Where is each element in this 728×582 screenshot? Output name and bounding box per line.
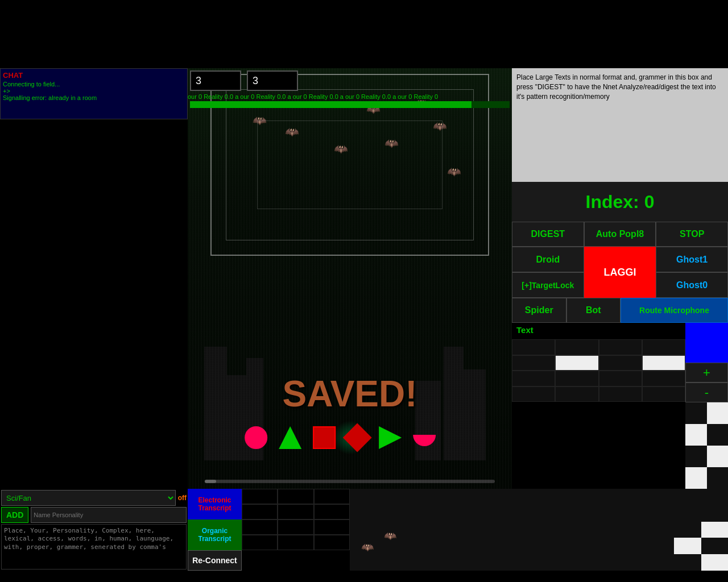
color-box-blue <box>685 323 728 363</box>
shape-circle <box>245 426 267 449</box>
electronic-sublabel: Transcript <box>198 504 231 512</box>
grid-cell-10[interactable] <box>242 535 278 550</box>
chat-label: CHAT <box>3 71 185 80</box>
index-display: Index: 0 <box>512 182 728 222</box>
electronic-button[interactable]: Electronic Transcript <box>188 489 242 519</box>
grid-cell-12[interactable] <box>314 535 350 550</box>
chat-status-1: Connecting to field... <box>3 81 185 88</box>
brc-8 <box>701 538 729 554</box>
stop-button[interactable]: STOP <box>656 222 728 247</box>
shape-diamond <box>343 423 372 452</box>
game-view: 🦇 🦇 🦇 🦇 🦇 🦇 🦇 🦇 SAVED! <box>188 68 512 489</box>
grid-cell-9[interactable] <box>314 519 350 535</box>
spider-button[interactable]: Spider <box>512 298 566 323</box>
right-sub-left: Text <box>512 323 685 489</box>
ghost1-button[interactable]: Ghost1 <box>656 247 728 272</box>
brc-1 <box>674 489 701 505</box>
personality-panel: Sci/Fan off ADD Place, Your, Personality… <box>0 489 188 571</box>
add-button[interactable]: ADD <box>1 507 28 523</box>
rc-1 <box>685 402 707 424</box>
shape-triangle <box>279 426 301 449</box>
grid-cell-3[interactable] <box>314 489 350 504</box>
personality-row-1: Sci/Fan off <box>1 490 187 506</box>
small-grid <box>242 489 350 550</box>
grid-cell-4[interactable] <box>242 504 278 519</box>
bottom-game-area: 🦇 🦇 <box>350 489 674 571</box>
droid-button[interactable]: Droid <box>512 247 584 272</box>
right-sub-panel: Text <box>512 323 728 489</box>
bottom-right: 🦇 🦇 <box>350 489 674 571</box>
grid-cell-2[interactable] <box>278 489 313 504</box>
electronic-label: Electronic <box>198 496 231 504</box>
right-panel: Place Large Texts in normal format and, … <box>512 68 728 489</box>
saved-text: SAVED! <box>282 373 417 415</box>
brc-9 <box>674 554 701 571</box>
transport-area: Electronic Transcript Organic Transcript… <box>188 489 242 571</box>
mode-buttons: Spider Bot Route Microphone <box>512 298 728 323</box>
rc-2 <box>707 402 729 424</box>
rc-3 <box>685 424 707 446</box>
checker-cell <box>642 386 685 402</box>
index-value: Index: 0 <box>586 192 655 213</box>
laggi-button[interactable]: LAGGI <box>584 247 656 298</box>
hud-top-row <box>188 68 512 93</box>
grid-cell-6[interactable] <box>314 504 350 519</box>
plus-button[interactable]: + <box>685 363 728 383</box>
hud-area: our 0 Reality 0.0 a our 0 Reality 0.0 a … <box>188 68 512 119</box>
reconnect-button[interactable]: Re-Connect <box>188 550 242 571</box>
minus-button[interactable]: - <box>685 383 728 402</box>
grid-cell-8[interactable] <box>278 519 313 535</box>
checker-cell <box>642 355 685 371</box>
grid-cell-7[interactable] <box>242 519 278 535</box>
left-panel: CHAT Connecting to field... +> Signallin… <box>0 68 188 489</box>
checker-cell <box>512 371 555 386</box>
chat-status-2: +> <box>3 88 185 94</box>
brc-3 <box>674 505 701 522</box>
checker-cell <box>599 386 642 402</box>
chat-area: CHAT Connecting to field... +> Signallin… <box>0 68 188 119</box>
shape-square <box>313 426 336 449</box>
bat-bottom-2: 🦇 <box>384 530 396 542</box>
brc-10 <box>701 554 729 571</box>
grid-cell-11[interactable] <box>278 535 313 550</box>
rc-4 <box>707 424 729 446</box>
hud-input-1[interactable] <box>190 70 241 91</box>
building-5 <box>444 347 464 460</box>
game-container: 🦇 🦇 🦇 🦇 🦇 🦇 🦇 🦇 SAVED! <box>188 68 512 489</box>
checker-cell <box>599 339 642 355</box>
entity-buttons: Droid LAGGI Ghost1 [+]TargetLock Ghost0 <box>512 247 728 298</box>
ghost0-button[interactable]: Ghost0 <box>656 272 728 298</box>
digest-text-area: Place Large Texts in normal format and, … <box>512 68 728 182</box>
rc-7 <box>685 467 707 489</box>
brc-7 <box>674 538 701 554</box>
hud-input-2[interactable] <box>247 70 298 91</box>
rc-8 <box>707 467 729 489</box>
corridor-inner <box>257 120 442 209</box>
brc-5 <box>674 522 701 538</box>
bot-button[interactable]: Bot <box>566 298 621 323</box>
organic-sublabel: Transcript <box>198 535 231 543</box>
digest-description: Place Large Texts in normal format and, … <box>516 73 723 101</box>
text-label: Text <box>512 323 685 337</box>
name-personality-input[interactable] <box>31 507 187 523</box>
organic-label: Organic <box>202 527 228 535</box>
organic-button[interactable]: Organic Transcript <box>188 519 242 550</box>
bottom-area: Sci/Fan off ADD Place, Your, Personality… <box>0 489 728 571</box>
grid-cell-5[interactable] <box>278 504 313 519</box>
personality-row-2: ADD <box>1 507 187 523</box>
autopopl8-button[interactable]: Auto Popl8 <box>584 222 656 247</box>
personality-textarea[interactable]: Place, Your, Personality, Complex, here,… <box>1 524 187 569</box>
checker-cell <box>599 371 642 386</box>
digest-button[interactable]: DIGEST <box>512 222 584 247</box>
checker-cell <box>555 339 598 355</box>
grid-cell-1[interactable] <box>242 489 278 504</box>
bottom-checker-right <box>674 489 728 571</box>
main-area: CHAT Connecting to field... +> Signallin… <box>0 68 728 489</box>
route-microphone-button[interactable]: Route Microphone <box>621 298 728 323</box>
chat-error: Signalling error: already in a room <box>3 94 185 101</box>
hud-stat-text: our 0 Reality 0.0 a our 0 Reality 0.0 a … <box>188 93 512 100</box>
bat-bottom-1: 🦇 <box>361 541 374 554</box>
targetlock-button[interactable]: [+]TargetLock <box>512 272 584 298</box>
personality-select[interactable]: Sci/Fan <box>1 490 176 506</box>
right-sub-right: + - <box>685 323 728 489</box>
